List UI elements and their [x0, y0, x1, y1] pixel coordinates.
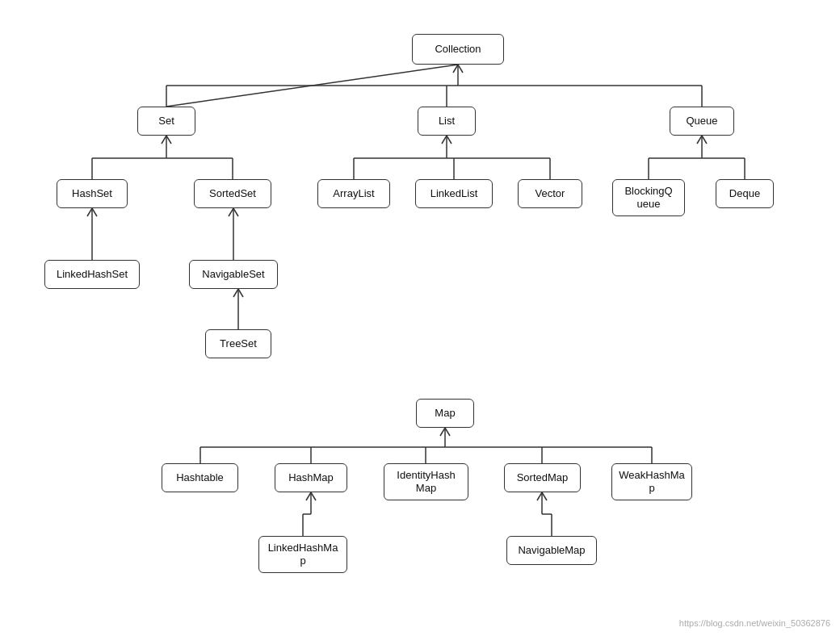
node-navigableset: NavigableSet [189, 260, 278, 289]
svg-line-1 [166, 65, 458, 107]
node-navigablemap: NavigableMap [506, 536, 597, 565]
node-sortedmap: SortedMap [504, 463, 581, 492]
node-hashmap: HashMap [275, 463, 347, 492]
node-deque: Deque [716, 179, 774, 208]
node-vector: Vector [518, 179, 582, 208]
node-hashset: HashSet [57, 179, 128, 208]
node-map: Map [416, 399, 474, 428]
node-identityhashmap: IdentityHashMap [384, 463, 468, 500]
node-linkedhashset: LinkedHashSet [44, 260, 140, 289]
watermark: https://blog.csdn.net/weixin_50362876 [679, 618, 830, 628]
node-weakhashmap: WeakHashMap [611, 463, 692, 500]
node-collection: Collection [412, 34, 504, 65]
connection-lines [0, 0, 840, 636]
node-linkedhashmap: LinkedHashMap [258, 536, 347, 573]
node-set: Set [137, 107, 195, 136]
node-treeset: TreeSet [205, 329, 271, 358]
node-arraylist: ArrayList [317, 179, 390, 208]
node-hashtable: Hashtable [162, 463, 238, 492]
node-sortedset: SortedSet [194, 179, 271, 208]
node-list: List [418, 107, 476, 136]
node-blockingqueue: BlockingQueue [612, 179, 685, 216]
diagram: Collection Set List Queue HashSet Sorted… [0, 0, 840, 636]
node-linkedlist: LinkedList [415, 179, 493, 208]
node-queue: Queue [670, 107, 734, 136]
